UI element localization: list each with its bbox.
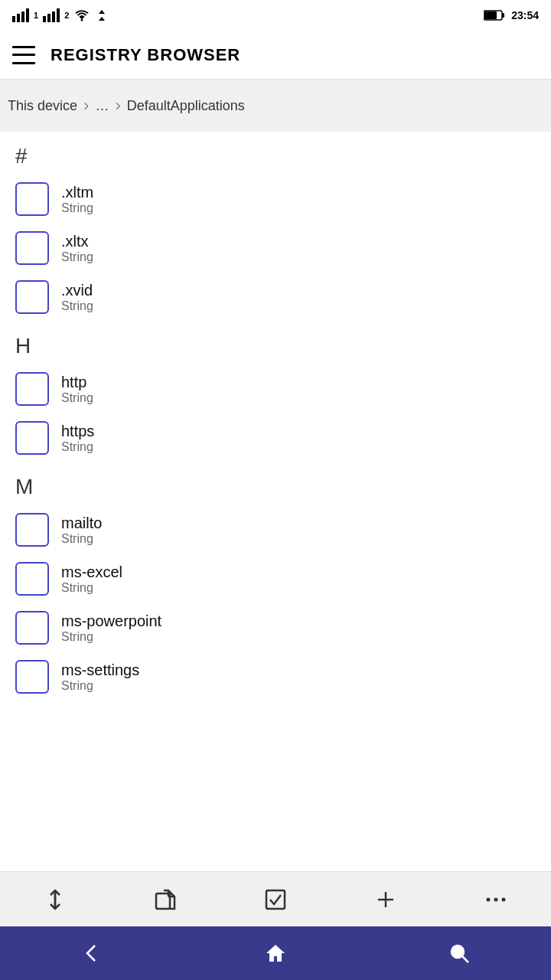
svg-rect-0 [12,16,15,22]
item-type-ms-settings: String [61,679,139,693]
svg-rect-4 [43,16,46,22]
item-name-ms-excel: ms-excel [61,564,122,581]
svg-rect-1 [17,14,20,22]
item-name-https: https [61,423,94,440]
item-name-xvid: .xvid [61,282,93,299]
item-name-http: http [61,374,93,391]
breadcrumb: This device › … › DefaultApplications [0,80,551,132]
svg-point-20 [487,897,491,901]
svg-point-8 [81,19,83,21]
item-type-http: String [61,391,93,405]
wifi-icon [73,8,90,22]
more-button[interactable] [473,877,519,923]
data-icon [95,8,109,22]
sim1-label: 1 [34,11,38,20]
list-item[interactable]: .xvid String [12,273,539,322]
signal-icons: 1 2 [12,8,109,22]
battery-icon [484,9,505,21]
bottom-toolbar [0,871,551,926]
item-icon-ms-powerpoint [15,611,49,645]
registry-content: # .xltm String .xltx String .xvid String… [0,132,551,871]
svg-point-21 [494,897,498,901]
list-item[interactable]: ms-powerpoint String [12,603,539,652]
item-icon-xltm [15,182,49,216]
list-item[interactable]: https String [12,413,539,462]
svg-line-25 [462,956,468,962]
list-item[interactable]: .xltx String [12,224,539,273]
svg-rect-11 [484,11,497,19]
item-type-xvid: String [61,299,93,313]
item-type-xltm: String [61,201,93,215]
svg-rect-2 [21,11,24,22]
item-icon-https [15,421,49,455]
item-name-ms-settings: ms-settings [61,662,139,679]
item-icon-xvid [15,280,49,314]
svg-marker-23 [266,945,285,962]
add-button[interactable] [363,877,409,923]
back-button[interactable] [65,930,119,976]
menu-button[interactable] [12,46,35,64]
page-title: REGISTRY BROWSER [51,45,240,65]
svg-point-24 [452,946,464,958]
svg-rect-10 [502,13,504,18]
item-type-mailto: String [61,532,102,546]
list-item[interactable]: http String [12,364,539,413]
item-icon-ms-excel [15,562,49,596]
status-bar: 1 2 23:54 [0,0,551,31]
svg-rect-7 [57,8,60,22]
signal1-icon [12,8,29,22]
item-type-ms-excel: String [61,581,122,595]
breadcrumb-ellipsis[interactable]: … [95,98,109,114]
item-name-xltm: .xltm [61,184,93,201]
title-bar: REGISTRY BROWSER [0,31,551,80]
svg-rect-3 [26,8,29,22]
item-icon-ms-settings [15,660,49,694]
time-display: 23:54 [511,9,539,21]
search-button[interactable] [432,930,486,976]
signal2-icon [43,8,60,22]
list-item[interactable]: ms-settings String [12,652,539,701]
list-item[interactable]: ms-excel String [12,554,539,603]
item-icon-mailto [15,513,49,547]
sim2-label: 2 [64,11,69,20]
item-name-xltx: .xltx [61,233,93,250]
section-header-hash: # [12,132,539,175]
item-icon-http [15,372,49,406]
item-type-ms-powerpoint: String [61,630,161,644]
svg-rect-5 [47,14,51,22]
item-name-mailto: mailto [61,514,102,532]
svg-rect-17 [266,890,285,909]
export-button[interactable] [142,877,188,923]
list-item[interactable]: mailto String [12,505,539,554]
svg-point-22 [502,897,506,901]
nav-bar [0,926,551,980]
section-header-h: H [12,322,539,364]
item-name-ms-powerpoint: ms-powerpoint [61,612,161,630]
select-button[interactable] [253,877,298,923]
item-icon-xltx [15,231,49,265]
home-button[interactable] [249,930,302,976]
breadcrumb-default-applications[interactable]: DefaultApplications [127,98,245,114]
breadcrumb-arrow-2: › [115,96,120,116]
breadcrumb-this-device[interactable]: This device [8,98,77,114]
list-item[interactable]: .xltm String [12,175,539,224]
svg-rect-6 [52,11,55,22]
breadcrumb-arrow-1: › [83,96,89,116]
item-type-https: String [61,440,94,454]
status-right: 23:54 [484,9,539,21]
sort-button[interactable] [32,877,78,923]
section-header-m: M [12,462,539,505]
item-type-xltx: String [61,250,93,264]
